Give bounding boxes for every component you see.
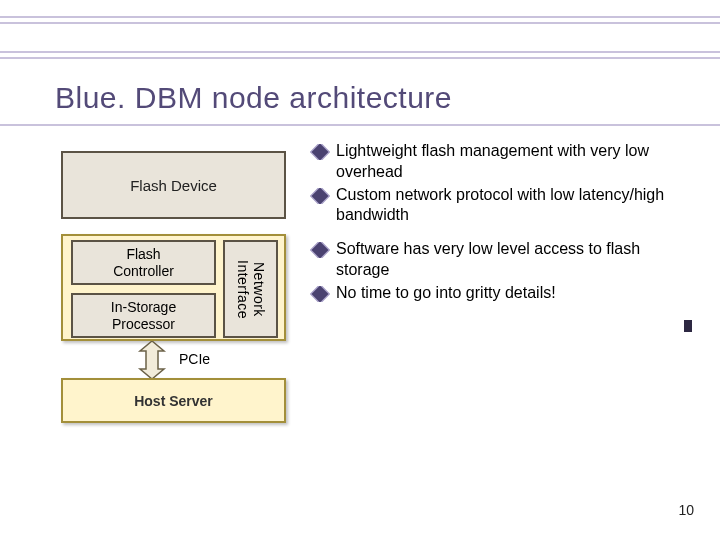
fpga-container: FlashController In-StorageProcessor Netw… bbox=[61, 234, 286, 341]
svg-rect-4 bbox=[311, 286, 330, 302]
list-item: Lightweight flash management with very l… bbox=[310, 141, 690, 183]
diamond-bullet-icon bbox=[310, 144, 330, 160]
diamond-bullet-icon bbox=[310, 242, 330, 258]
bullet-text: No time to go into gritty details! bbox=[336, 283, 690, 304]
decorative-stub bbox=[684, 320, 692, 332]
pcie-label: PCIe bbox=[179, 351, 210, 367]
svg-rect-3 bbox=[311, 242, 330, 258]
network-interface-label: NetworkInterface bbox=[234, 260, 268, 319]
host-server-box: Host Server bbox=[61, 378, 286, 423]
flash-device-box: Flash Device bbox=[61, 151, 286, 219]
host-server-label: Host Server bbox=[134, 393, 213, 409]
bullet-text: Software has very low level access to fl… bbox=[336, 239, 690, 281]
svg-rect-2 bbox=[311, 188, 330, 204]
pcie-double-arrow-icon bbox=[134, 341, 170, 379]
bullet-text: Custom network protocol with low latency… bbox=[336, 185, 690, 227]
flash-controller-label: FlashController bbox=[113, 246, 174, 280]
diamond-bullet-icon bbox=[310, 188, 330, 204]
svg-marker-0 bbox=[140, 341, 164, 379]
bullet-list-mid: Software has very low level access to fl… bbox=[310, 239, 690, 305]
network-interface-box: NetworkInterface bbox=[223, 240, 278, 338]
list-item: Software has very low level access to fl… bbox=[310, 239, 690, 281]
diamond-bullet-icon bbox=[310, 286, 330, 302]
instorage-processor-box: In-StorageProcessor bbox=[71, 293, 216, 338]
flash-device-label: Flash Device bbox=[130, 177, 217, 194]
list-item: No time to go into gritty details! bbox=[310, 283, 690, 304]
page-number: 10 bbox=[678, 502, 694, 518]
flash-controller-box: FlashController bbox=[71, 240, 216, 285]
page-title: Blue. DBM node architecture bbox=[55, 81, 452, 115]
instorage-processor-label: In-StorageProcessor bbox=[111, 299, 176, 333]
bullet-text: Lightweight flash management with very l… bbox=[336, 141, 690, 183]
svg-rect-1 bbox=[311, 144, 330, 160]
bullet-list-top: Lightweight flash management with very l… bbox=[310, 141, 690, 228]
title-underline bbox=[0, 124, 720, 126]
list-item: Custom network protocol with low latency… bbox=[310, 185, 690, 227]
